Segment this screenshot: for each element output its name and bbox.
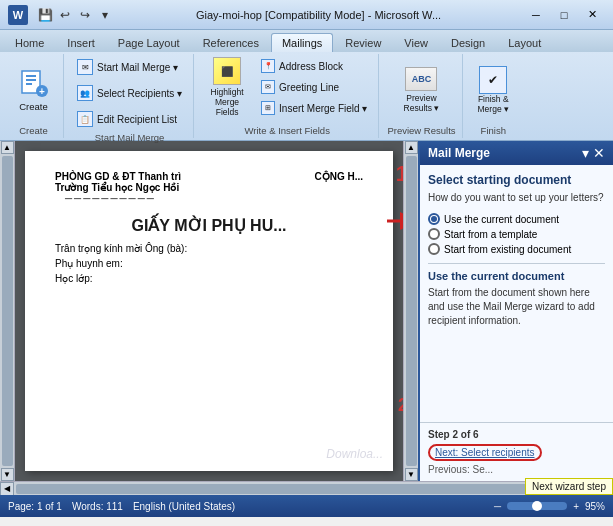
edit-list-icon: 📋 <box>77 111 93 127</box>
highlight-label: HighlightMerge Fields <box>203 87 251 118</box>
word-count: Words: 111 <box>72 501 123 512</box>
mm-close-btn[interactable]: ✕ <box>593 145 605 161</box>
radio-existing-doc[interactable]: Start from existing document <box>428 243 605 255</box>
document-page: 1 PHÒNG GD & ĐT Thanh trì CỘNG H... <box>25 151 393 471</box>
zoom-level: 95% <box>585 501 605 512</box>
svg-rect-2 <box>26 79 36 81</box>
insert-merge-field-btn[interactable]: ⊞ Insert Merge Field ▾ <box>256 98 372 118</box>
create-btn[interactable]: + Create <box>12 60 56 120</box>
qa-dropdown-btn[interactable]: ▾ <box>96 6 114 24</box>
ribbon-group-start-mail-merge: ✉ Start Mail Merge ▾ 👥 Select Recipients… <box>66 54 194 138</box>
zoom-slider[interactable] <box>507 502 567 510</box>
scroll-left-btn[interactable]: ◀ <box>0 482 14 496</box>
svg-rect-3 <box>26 83 32 85</box>
mm-radio-group: Use the current document Start from a te… <box>428 213 605 255</box>
undo-quick-btn[interactable]: ↩ <box>56 6 74 24</box>
tab-layout[interactable]: Layout <box>497 33 552 52</box>
ribbon: Home Insert Page Layout References Maili… <box>0 30 613 141</box>
ribbon-group-finish: ✔ Finish &Merge ▾ Finish <box>465 54 522 138</box>
edit-recipient-label: Edit Recipient List <box>97 114 177 125</box>
mail-merge-title: Mail Merge <box>428 146 490 160</box>
word-logo: W <box>8 5 28 25</box>
h-scroll-thumb[interactable] <box>16 484 597 494</box>
edit-recipient-list-btn[interactable]: 📋 Edit Recipient List <box>72 108 182 130</box>
horizontal-scrollbar[interactable]: ◀ ▶ <box>0 481 613 495</box>
finish-merge-btn[interactable]: ✔ Finish &Merge ▾ <box>471 60 516 120</box>
tab-home[interactable]: Home <box>4 33 55 52</box>
org-right: CỘNG H... <box>314 171 363 182</box>
zoom-out-btn[interactable]: ─ <box>494 501 501 512</box>
finish-icon: ✔ <box>479 66 507 94</box>
radio-existing-btn[interactable] <box>428 243 440 255</box>
mm-expand-btn[interactable]: ▾ <box>582 145 589 161</box>
mail-merge-footer: Step 2 of 6 Next: Select recipients Prev… <box>420 422 613 481</box>
mm-section2-title: Use the current document <box>428 270 605 282</box>
doc-org-line: PHÒNG GD & ĐT Thanh trì CỘNG H... <box>55 171 363 182</box>
ribbon-group-preview: ABC PreviewResults ▾ Preview Results <box>381 54 462 138</box>
zoom-in-btn[interactable]: + <box>573 501 579 512</box>
tab-review[interactable]: Review <box>334 33 392 52</box>
doc-title: GIẤY MỜI PHỤ HU... <box>55 216 363 235</box>
window-controls: ─ □ ✕ <box>523 5 605 25</box>
scroll-thumb[interactable] <box>2 156 13 466</box>
radio-existing-label: Start from existing document <box>444 244 571 255</box>
radio-current-doc-btn[interactable] <box>428 213 440 225</box>
mm-section1-desc: How do you want to set up your letters? <box>428 191 605 205</box>
greeting-line-label: Greeting Line <box>279 82 339 93</box>
greeting-line-btn[interactable]: ✉ Greeting Line <box>256 77 372 97</box>
insert-field-icon: ⊞ <box>261 101 275 115</box>
doc-header: PHÒNG GD & ĐT Thanh trì CỘNG H... Trường… <box>55 171 363 204</box>
tab-mailings[interactable]: Mailings <box>271 33 333 52</box>
page-indicator: Page: 1 of 1 <box>8 501 62 512</box>
document-area: ▲ ▼ 1 PHÒNG GD & ĐT Th <box>0 141 613 481</box>
app-title: Giay-moi-hop [Compatibility Mode] - Micr… <box>114 9 523 21</box>
ribbon-group-create: + Create Create <box>4 54 64 138</box>
insert-fields-col: 📍 Address Block ✉ Greeting Line ⊞ Insert… <box>256 56 372 118</box>
select-recipients-label: Select Recipients ▾ <box>97 88 182 99</box>
start-mail-merge-label: Start Mail Merge ▾ <box>97 62 178 73</box>
tab-insert[interactable]: Insert <box>56 33 106 52</box>
zoom-thumb[interactable] <box>532 501 542 511</box>
doc-body: Trân trọng kính mời Ông (bà): Phụ huynh … <box>55 243 363 284</box>
select-recipients-btn[interactable]: 👥 Select Recipients ▾ <box>72 82 187 104</box>
tab-page-layout[interactable]: Page Layout <box>107 33 191 52</box>
minimize-btn[interactable]: ─ <box>523 5 549 25</box>
watermark: Downloa... <box>326 447 383 461</box>
radio-template-btn[interactable] <box>428 228 440 240</box>
address-block-btn[interactable]: 📍 Address Block <box>256 56 372 76</box>
mm-prev-link[interactable]: Previous: Se... <box>428 464 605 475</box>
right-arrow-annotation <box>385 206 403 238</box>
tab-design[interactable]: Design <box>440 33 496 52</box>
scroll-up-btn[interactable]: ▲ <box>1 141 14 154</box>
tab-view[interactable]: View <box>393 33 439 52</box>
doc-line1: Trân trọng kính mời Ông (bà): <box>55 243 363 254</box>
start-mail-merge-btn[interactable]: ✉ Start Mail Merge ▾ <box>72 56 183 78</box>
save-quick-btn[interactable]: 💾 <box>36 6 54 24</box>
mm-next-link[interactable]: Next: Select recipients <box>428 444 542 461</box>
mm-section1-title: Select starting document <box>428 173 605 187</box>
tab-references[interactable]: References <box>192 33 270 52</box>
radio-current-doc[interactable]: Use the current document <box>428 213 605 225</box>
vertical-scrollbar-right[interactable]: ▲ ▼ <box>403 141 418 481</box>
radio-template[interactable]: Start from a template <box>428 228 605 240</box>
mail-merge-header: Mail Merge ▾ ✕ <box>420 141 613 165</box>
ribbon-group-write-insert: ⬛ HighlightMerge Fields 📍 Address Block … <box>196 54 379 138</box>
scroll-up-right-btn[interactable]: ▲ <box>405 141 418 154</box>
svg-rect-1 <box>26 75 36 77</box>
redo-quick-btn[interactable]: ↪ <box>76 6 94 24</box>
annotation-2: 2 <box>398 395 403 416</box>
ribbon-content: + Create Create ✉ Start Mail Merge ▾ 👥 S… <box>0 52 613 140</box>
maximize-btn[interactable]: □ <box>551 5 577 25</box>
close-btn[interactable]: ✕ <box>579 5 605 25</box>
doc-divider: ────────── <box>65 193 363 204</box>
preview-group-label: Preview Results <box>387 123 455 136</box>
highlight-merge-fields-btn[interactable]: ⬛ HighlightMerge Fields <box>202 56 252 119</box>
write-insert-group-label: Write & Insert Fields <box>245 123 330 136</box>
doc-line3: Học lớp: <box>55 273 363 284</box>
highlight-icon: ⬛ <box>213 57 241 85</box>
scroll-down-btn[interactable]: ▼ <box>1 468 14 481</box>
preview-results-btn[interactable]: ABC PreviewResults ▾ <box>399 62 443 117</box>
scroll-down-right-btn[interactable]: ▼ <box>405 468 418 481</box>
vertical-scrollbar-left[interactable]: ▲ ▼ <box>0 141 15 481</box>
scroll-thumb-right[interactable] <box>406 156 417 466</box>
